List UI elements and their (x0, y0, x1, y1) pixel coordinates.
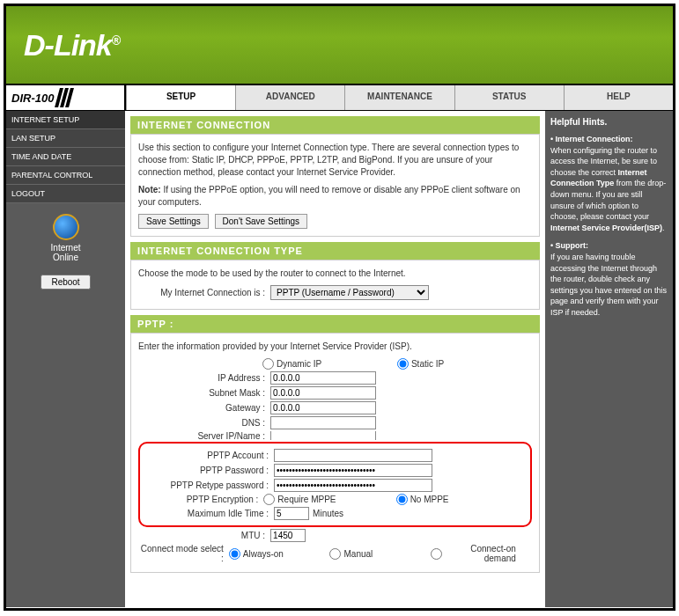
sidebar-item-parental[interactable]: PARENTAL CONTROL (6, 166, 125, 185)
section3-intro: Enter the information provided by your I… (138, 341, 532, 353)
static-ip-radio[interactable]: Static IP (397, 358, 521, 370)
require-mppe-radio[interactable]: Require MPPE (263, 494, 385, 505)
mtu-input[interactable] (270, 529, 306, 542)
gateway-input[interactable] (270, 401, 376, 414)
tab-maintenance[interactable]: MAINTENANCE (344, 85, 454, 110)
sidebar-item-logout[interactable]: LOGOUT (6, 185, 125, 203)
section1-text: Use this section to configure your Inter… (138, 142, 532, 179)
section2-header: INTERNET CONNECTION TYPE (130, 242, 540, 260)
sidebar-item-internet-setup[interactable]: INTERNET SETUP (6, 111, 125, 129)
tab-advanced[interactable]: ADVANCED (235, 85, 344, 110)
section3-header: PPTP : (130, 315, 540, 333)
tab-help[interactable]: HELP (564, 85, 673, 110)
ip-address-input[interactable] (270, 371, 376, 385)
sidebar-item-time-date[interactable]: TIME AND DATE (6, 148, 125, 166)
sidebar: INTERNET SETUP LAN SETUP TIME AND DATE P… (6, 111, 125, 607)
pptp-account-input[interactable] (274, 449, 432, 462)
section1-header: INTERNET CONNECTION (130, 116, 540, 134)
idle-time-input[interactable] (274, 507, 309, 520)
main-content: INTERNET CONNECTION Use this section to … (125, 111, 545, 607)
tab-setup[interactable]: SETUP (126, 85, 235, 110)
no-mppe-radio[interactable]: No MPPE (396, 494, 518, 505)
pptp-retype-password-input[interactable] (274, 479, 432, 492)
conn-type-label: My Internet Connection is : (138, 288, 270, 297)
connect-on-demand-radio[interactable]: Connect-on demand (431, 544, 521, 563)
tab-status[interactable]: STATUS (454, 85, 564, 110)
save-settings-button[interactable]: Save Settings (138, 214, 209, 229)
manual-radio[interactable]: Manual (329, 548, 420, 560)
always-on-radio[interactable]: Always-on (229, 548, 320, 560)
section1-note: Note: If using the PPPoE option, you wil… (138, 184, 532, 209)
section2-text: Choose the mode to be used by the router… (138, 268, 532, 280)
brand-logo: D-Link® (24, 28, 120, 62)
top-nav: DIR-100 SETUP ADVANCED MAINTENANCE STATU… (6, 84, 673, 111)
dynamic-ip-radio[interactable]: Dynamic IP (262, 358, 387, 370)
highlighted-region: PPTP Account : PPTP Password : PPTP Rety… (138, 442, 532, 527)
status-indicator: InternetOnline (6, 214, 125, 262)
pptp-password-input[interactable] (274, 464, 432, 477)
globe-icon (53, 214, 79, 240)
dns-input[interactable] (270, 416, 376, 429)
dont-save-button[interactable]: Don't Save Settings (215, 214, 308, 229)
reboot-button[interactable]: Reboot (41, 275, 90, 290)
header-banner: D-Link® (6, 6, 673, 84)
server-ip-input[interactable] (270, 431, 376, 440)
model-badge: DIR-100 (6, 85, 126, 110)
helpful-hints: Helpful Hints. • Internet Connection:Whe… (545, 111, 673, 607)
connection-type-select[interactable]: PPTP (Username / Password) (270, 285, 429, 300)
subnet-mask-input[interactable] (270, 386, 376, 400)
sidebar-item-lan-setup[interactable]: LAN SETUP (6, 129, 125, 148)
